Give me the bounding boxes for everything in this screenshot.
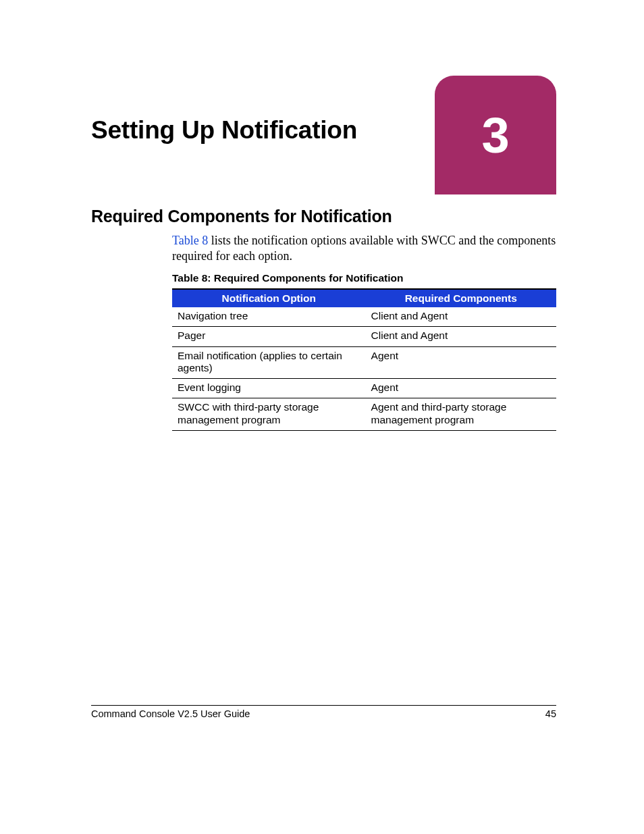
cell-components: Client and Agent bbox=[366, 327, 556, 346]
col-header-components: Required Components bbox=[366, 289, 556, 307]
intro-text: lists the notification options available… bbox=[172, 234, 556, 263]
table-row: Event logging Agent bbox=[172, 379, 556, 398]
intro-paragraph: Table 8 lists the notification options a… bbox=[172, 233, 556, 264]
table-row: Navigation tree Client and Agent bbox=[172, 307, 556, 327]
page-footer: Command Console V2.5 User Guide 45 bbox=[91, 705, 556, 719]
table-row: Email notification (applies to certain a… bbox=[172, 346, 556, 379]
cell-option: Navigation tree bbox=[172, 307, 366, 327]
section-title: Required Components for Notification bbox=[91, 207, 556, 226]
body-block: Table 8 lists the notification options a… bbox=[172, 233, 556, 431]
cell-option: Email notification (applies to certain a… bbox=[172, 346, 366, 379]
table-caption: Table 8: Required Components for Notific… bbox=[172, 272, 556, 284]
chapter-header: Setting Up Notification 3 bbox=[91, 81, 556, 203]
cell-components: Agent bbox=[366, 379, 556, 398]
table-header-row: Notification Option Required Components bbox=[172, 289, 556, 307]
cell-option: Pager bbox=[172, 327, 366, 346]
components-table: Notification Option Required Components … bbox=[172, 288, 556, 431]
table-row: Pager Client and Agent bbox=[172, 327, 556, 346]
page: Setting Up Notification 3 Required Compo… bbox=[0, 0, 644, 834]
chapter-title: Setting Up Notification bbox=[91, 116, 357, 145]
cell-components: Agent bbox=[366, 346, 556, 379]
cell-components: Agent and third-party storage management… bbox=[366, 398, 556, 431]
table-crossref[interactable]: Table 8 bbox=[172, 234, 208, 247]
chapter-number: 3 bbox=[481, 107, 509, 164]
cell-components: Client and Agent bbox=[366, 307, 556, 327]
cell-option: Event logging bbox=[172, 379, 366, 398]
cell-option: SWCC with third-party storage management… bbox=[172, 398, 366, 431]
page-number: 45 bbox=[545, 708, 556, 719]
table-row: SWCC with third-party storage management… bbox=[172, 398, 556, 431]
footer-title: Command Console V2.5 User Guide bbox=[91, 708, 250, 719]
chapter-tab: 3 bbox=[435, 76, 556, 194]
col-header-option: Notification Option bbox=[172, 289, 366, 307]
